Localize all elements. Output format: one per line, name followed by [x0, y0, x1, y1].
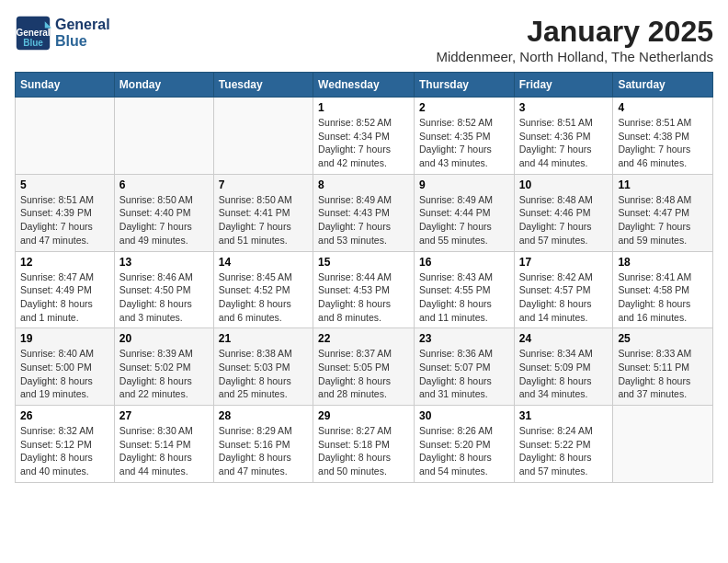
calendar-cell: 21Sunrise: 8:38 AM Sunset: 5:03 PM Dayli… [213, 328, 313, 406]
weekday-header-tuesday: Tuesday [213, 73, 313, 98]
day-info: Sunrise: 8:33 AM Sunset: 5:11 PM Dayligh… [618, 347, 708, 401]
calendar-cell: 31Sunrise: 8:24 AM Sunset: 5:22 PM Dayli… [514, 406, 613, 483]
day-number: 12 [20, 256, 109, 269]
calendar-cell: 28Sunrise: 8:29 AM Sunset: 5:16 PM Dayli… [213, 406, 313, 483]
day-info: Sunrise: 8:24 AM Sunset: 5:22 PM Dayligh… [519, 424, 609, 478]
day-info: Sunrise: 8:51 AM Sunset: 4:36 PM Dayligh… [519, 116, 609, 170]
calendar-cell: 7Sunrise: 8:50 AM Sunset: 4:41 PM Daylig… [213, 174, 313, 251]
page-header: General Blue General Blue January 2025 M… [15, 15, 713, 64]
day-info: Sunrise: 8:30 AM Sunset: 5:14 PM Dayligh… [119, 424, 209, 478]
day-number: 16 [419, 256, 509, 269]
day-number: 28 [219, 409, 308, 422]
calendar-cell: 6Sunrise: 8:50 AM Sunset: 4:40 PM Daylig… [114, 174, 213, 251]
calendar-week-2: 5Sunrise: 8:51 AM Sunset: 4:39 PM Daylig… [16, 174, 713, 251]
calendar-cell: 12Sunrise: 8:47 AM Sunset: 4:49 PM Dayli… [16, 251, 115, 328]
day-number: 10 [519, 178, 609, 191]
weekday-header-saturday: Saturday [613, 73, 713, 98]
calendar-cell: 11Sunrise: 8:48 AM Sunset: 4:47 PM Dayli… [613, 174, 713, 251]
day-number: 4 [618, 101, 708, 114]
calendar-cell: 3Sunrise: 8:51 AM Sunset: 4:36 PM Daylig… [514, 98, 613, 175]
day-info: Sunrise: 8:41 AM Sunset: 4:58 PM Dayligh… [618, 270, 708, 325]
day-info: Sunrise: 8:46 AM Sunset: 4:50 PM Dayligh… [119, 270, 209, 325]
calendar-cell: 1Sunrise: 8:52 AM Sunset: 4:34 PM Daylig… [313, 98, 415, 175]
title-block: January 2025 Middenmeer, North Holland, … [436, 15, 713, 64]
calendar-table: SundayMondayTuesdayWednesdayThursdayFrid… [15, 72, 713, 483]
day-number: 26 [20, 409, 109, 422]
calendar-cell: 17Sunrise: 8:42 AM Sunset: 4:57 PM Dayli… [514, 251, 613, 328]
logo-text-general: General [55, 17, 110, 33]
day-info: Sunrise: 8:29 AM Sunset: 5:16 PM Dayligh… [219, 424, 308, 478]
calendar-cell [114, 98, 213, 175]
day-number: 29 [318, 409, 409, 422]
day-number: 9 [419, 178, 509, 191]
calendar-cell: 30Sunrise: 8:26 AM Sunset: 5:20 PM Dayli… [414, 406, 514, 483]
calendar-cell: 22Sunrise: 8:37 AM Sunset: 5:05 PM Dayli… [313, 328, 415, 406]
calendar-cell [16, 98, 115, 175]
day-number: 27 [119, 409, 209, 422]
day-number: 2 [419, 101, 509, 114]
day-number: 15 [318, 256, 409, 269]
calendar-cell: 5Sunrise: 8:51 AM Sunset: 4:39 PM Daylig… [16, 174, 115, 251]
weekday-header-monday: Monday [114, 73, 213, 98]
day-info: Sunrise: 8:49 AM Sunset: 4:43 PM Dayligh… [318, 193, 409, 247]
day-info: Sunrise: 8:45 AM Sunset: 4:52 PM Dayligh… [219, 270, 308, 325]
svg-text:Blue: Blue [23, 38, 43, 48]
day-info: Sunrise: 8:36 AM Sunset: 5:07 PM Dayligh… [419, 347, 509, 401]
calendar-cell: 19Sunrise: 8:40 AM Sunset: 5:00 PM Dayli… [16, 328, 115, 406]
day-info: Sunrise: 8:50 AM Sunset: 4:40 PM Dayligh… [119, 193, 209, 247]
day-info: Sunrise: 8:48 AM Sunset: 4:46 PM Dayligh… [519, 193, 609, 247]
day-info: Sunrise: 8:52 AM Sunset: 4:35 PM Dayligh… [419, 116, 509, 170]
day-number: 19 [20, 332, 109, 345]
calendar-cell: 20Sunrise: 8:39 AM Sunset: 5:02 PM Dayli… [114, 328, 213, 406]
calendar-cell: 23Sunrise: 8:36 AM Sunset: 5:07 PM Dayli… [414, 328, 514, 406]
weekday-header-friday: Friday [514, 73, 613, 98]
calendar-cell: 10Sunrise: 8:48 AM Sunset: 4:46 PM Dayli… [514, 174, 613, 251]
day-number: 23 [419, 332, 509, 345]
day-info: Sunrise: 8:49 AM Sunset: 4:44 PM Dayligh… [419, 193, 509, 247]
calendar-week-4: 19Sunrise: 8:40 AM Sunset: 5:00 PM Dayli… [16, 328, 713, 406]
day-info: Sunrise: 8:26 AM Sunset: 5:20 PM Dayligh… [419, 424, 509, 478]
day-number: 17 [519, 256, 609, 269]
day-info: Sunrise: 8:48 AM Sunset: 4:47 PM Dayligh… [618, 193, 708, 247]
day-info: Sunrise: 8:37 AM Sunset: 5:05 PM Dayligh… [318, 347, 409, 401]
logo-icon: General Blue [15, 15, 51, 52]
calendar-cell: 4Sunrise: 8:51 AM Sunset: 4:38 PM Daylig… [613, 98, 713, 175]
day-info: Sunrise: 8:39 AM Sunset: 5:02 PM Dayligh… [119, 347, 209, 401]
day-number: 24 [519, 332, 609, 345]
day-info: Sunrise: 8:27 AM Sunset: 5:18 PM Dayligh… [318, 424, 409, 478]
calendar-cell: 26Sunrise: 8:32 AM Sunset: 5:12 PM Dayli… [16, 406, 115, 483]
day-info: Sunrise: 8:44 AM Sunset: 4:53 PM Dayligh… [318, 270, 409, 325]
day-number: 3 [519, 101, 609, 114]
day-number: 21 [219, 332, 308, 345]
day-number: 5 [20, 178, 109, 191]
day-number: 13 [119, 256, 209, 269]
location-subtitle: Middenmeer, North Holland, The Netherlan… [436, 49, 713, 64]
day-info: Sunrise: 8:50 AM Sunset: 4:41 PM Dayligh… [219, 193, 308, 247]
calendar-header: SundayMondayTuesdayWednesdayThursdayFrid… [16, 73, 713, 98]
weekday-header-wednesday: Wednesday [313, 73, 415, 98]
calendar-week-5: 26Sunrise: 8:32 AM Sunset: 5:12 PM Dayli… [16, 406, 713, 483]
calendar-cell: 9Sunrise: 8:49 AM Sunset: 4:44 PM Daylig… [414, 174, 514, 251]
day-info: Sunrise: 8:38 AM Sunset: 5:03 PM Dayligh… [219, 347, 308, 401]
day-info: Sunrise: 8:52 AM Sunset: 4:34 PM Dayligh… [318, 116, 409, 170]
calendar-cell [613, 406, 713, 483]
calendar-cell: 18Sunrise: 8:41 AM Sunset: 4:58 PM Dayli… [613, 251, 713, 328]
calendar-cell: 25Sunrise: 8:33 AM Sunset: 5:11 PM Dayli… [613, 328, 713, 406]
day-number: 22 [318, 332, 409, 345]
calendar-cell: 2Sunrise: 8:52 AM Sunset: 4:35 PM Daylig… [414, 98, 514, 175]
calendar-cell: 15Sunrise: 8:44 AM Sunset: 4:53 PM Dayli… [313, 251, 415, 328]
logo-text-blue: Blue [55, 33, 110, 50]
day-info: Sunrise: 8:43 AM Sunset: 4:55 PM Dayligh… [419, 270, 509, 325]
day-info: Sunrise: 8:51 AM Sunset: 4:39 PM Dayligh… [20, 193, 109, 247]
day-info: Sunrise: 8:51 AM Sunset: 4:38 PM Dayligh… [618, 116, 708, 170]
day-number: 20 [119, 332, 209, 345]
day-info: Sunrise: 8:34 AM Sunset: 5:09 PM Dayligh… [519, 347, 609, 401]
day-info: Sunrise: 8:32 AM Sunset: 5:12 PM Dayligh… [20, 424, 109, 478]
day-number: 6 [119, 178, 209, 191]
day-number: 25 [618, 332, 708, 345]
day-info: Sunrise: 8:47 AM Sunset: 4:49 PM Dayligh… [20, 270, 109, 325]
calendar-cell [213, 98, 313, 175]
calendar-cell: 24Sunrise: 8:34 AM Sunset: 5:09 PM Dayli… [514, 328, 613, 406]
day-number: 11 [618, 178, 708, 191]
calendar-cell: 13Sunrise: 8:46 AM Sunset: 4:50 PM Dayli… [114, 251, 213, 328]
